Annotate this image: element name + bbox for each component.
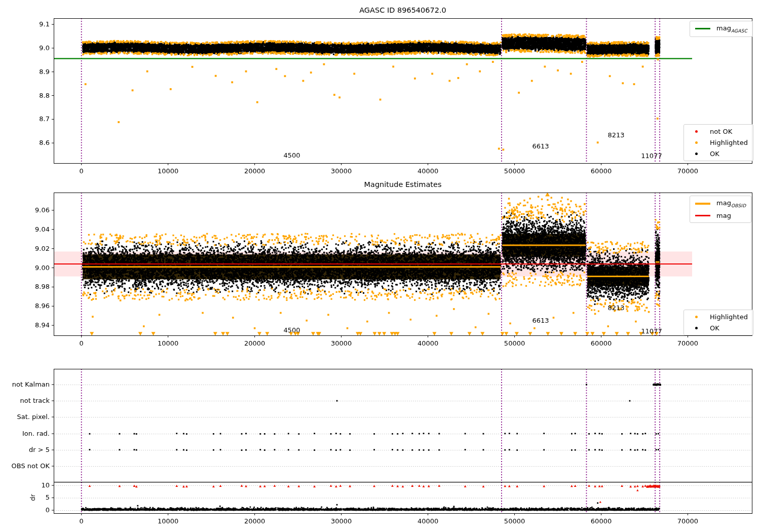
figure: AGASC ID 896540672.0 Magnitude Estimates… xyxy=(0,0,760,532)
plots-canvas xyxy=(0,0,760,532)
